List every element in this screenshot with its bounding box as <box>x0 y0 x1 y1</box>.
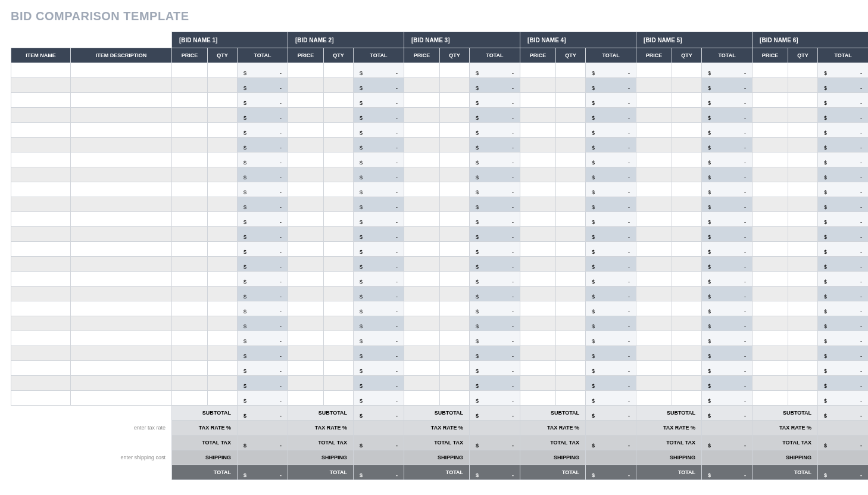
qty-cell[interactable] <box>208 391 238 406</box>
qty-cell[interactable] <box>556 242 586 257</box>
qty-cell[interactable] <box>440 63 470 78</box>
price-cell[interactable] <box>172 346 208 361</box>
qty-cell[interactable] <box>440 167 470 182</box>
price-cell[interactable] <box>520 78 556 93</box>
qty-cell[interactable] <box>788 301 818 316</box>
qty-cell[interactable] <box>440 138 470 152</box>
item-desc-cell[interactable] <box>71 63 172 78</box>
qty-cell[interactable] <box>440 272 470 287</box>
price-cell[interactable] <box>636 108 672 123</box>
qty-cell[interactable] <box>440 316 470 331</box>
item-name-cell[interactable] <box>11 78 71 93</box>
item-desc-cell[interactable] <box>71 212 172 227</box>
price-cell[interactable] <box>404 257 440 272</box>
qty-cell[interactable] <box>208 257 238 272</box>
item-name-cell[interactable] <box>11 257 71 272</box>
item-desc-cell[interactable] <box>71 376 172 391</box>
price-cell[interactable] <box>753 123 788 138</box>
qty-cell[interactable] <box>440 123 470 138</box>
price-cell[interactable] <box>288 361 324 376</box>
price-cell[interactable] <box>753 93 788 108</box>
qty-cell[interactable] <box>208 78 238 93</box>
item-name-cell[interactable] <box>11 182 71 197</box>
price-cell[interactable] <box>636 376 672 391</box>
price-cell[interactable] <box>520 93 556 108</box>
price-cell[interactable] <box>636 257 672 272</box>
price-cell[interactable] <box>753 182 788 197</box>
qty-cell[interactable] <box>324 197 354 212</box>
qty-cell[interactable] <box>208 376 238 391</box>
qty-cell[interactable] <box>788 257 818 272</box>
qty-cell[interactable] <box>556 346 586 361</box>
qty-cell[interactable] <box>556 123 586 138</box>
price-cell[interactable] <box>636 167 672 182</box>
price-cell[interactable] <box>172 182 208 197</box>
item-name-cell[interactable] <box>11 391 71 406</box>
price-cell[interactable] <box>520 108 556 123</box>
price-cell[interactable] <box>636 242 672 257</box>
price-cell[interactable] <box>288 123 324 138</box>
price-cell[interactable] <box>636 316 672 331</box>
qty-cell[interactable] <box>672 93 702 108</box>
qty-cell[interactable] <box>672 108 702 123</box>
item-desc-cell[interactable] <box>71 93 172 108</box>
price-cell[interactable] <box>172 63 208 78</box>
item-name-cell[interactable] <box>11 152 71 167</box>
qty-cell[interactable] <box>788 93 818 108</box>
item-name-cell[interactable] <box>11 93 71 108</box>
price-cell[interactable] <box>753 78 788 93</box>
price-cell[interactable] <box>288 78 324 93</box>
qty-cell[interactable] <box>324 242 354 257</box>
price-cell[interactable] <box>753 316 788 331</box>
qty-cell[interactable] <box>556 227 586 242</box>
item-desc-cell[interactable] <box>71 257 172 272</box>
price-cell[interactable] <box>404 331 440 346</box>
qty-cell[interactable] <box>672 197 702 212</box>
qty-cell[interactable] <box>440 93 470 108</box>
price-cell[interactable] <box>288 287 324 301</box>
price-cell[interactable] <box>288 257 324 272</box>
qty-cell[interactable] <box>440 152 470 167</box>
shipping-cell[interactable] <box>702 450 753 465</box>
price-cell[interactable] <box>172 376 208 391</box>
price-cell[interactable] <box>753 257 788 272</box>
price-cell[interactable] <box>288 63 324 78</box>
qty-cell[interactable] <box>672 391 702 406</box>
qty-cell[interactable] <box>440 212 470 227</box>
qty-cell[interactable] <box>440 182 470 197</box>
price-cell[interactable] <box>520 346 556 361</box>
bid-name-5[interactable]: [BID NAME 5] <box>636 32 753 48</box>
qty-cell[interactable] <box>324 331 354 346</box>
item-name-cell[interactable] <box>11 108 71 123</box>
qty-cell[interactable] <box>440 391 470 406</box>
item-desc-cell[interactable] <box>71 361 172 376</box>
price-cell[interactable] <box>288 197 324 212</box>
qty-cell[interactable] <box>788 182 818 197</box>
qty-cell[interactable] <box>324 361 354 376</box>
item-name-cell[interactable] <box>11 361 71 376</box>
item-desc-cell[interactable] <box>71 287 172 301</box>
price-cell[interactable] <box>753 212 788 227</box>
qty-cell[interactable] <box>440 78 470 93</box>
bid-name-6[interactable]: [BID NAME 6] <box>753 32 868 48</box>
price-cell[interactable] <box>520 212 556 227</box>
qty-cell[interactable] <box>672 78 702 93</box>
qty-cell[interactable] <box>208 212 238 227</box>
item-desc-cell[interactable] <box>71 123 172 138</box>
price-cell[interactable] <box>404 138 440 152</box>
price-cell[interactable] <box>753 272 788 287</box>
shipping-cell[interactable] <box>470 450 520 465</box>
qty-cell[interactable] <box>788 361 818 376</box>
qty-cell[interactable] <box>672 346 702 361</box>
qty-cell[interactable] <box>556 182 586 197</box>
item-name-cell[interactable] <box>11 287 71 301</box>
price-cell[interactable] <box>404 301 440 316</box>
price-cell[interactable] <box>636 182 672 197</box>
qty-cell[interactable] <box>208 331 238 346</box>
qty-cell[interactable] <box>324 123 354 138</box>
item-desc-cell[interactable] <box>71 242 172 257</box>
qty-cell[interactable] <box>440 287 470 301</box>
price-cell[interactable] <box>636 272 672 287</box>
item-desc-cell[interactable] <box>71 346 172 361</box>
price-cell[interactable] <box>288 167 324 182</box>
